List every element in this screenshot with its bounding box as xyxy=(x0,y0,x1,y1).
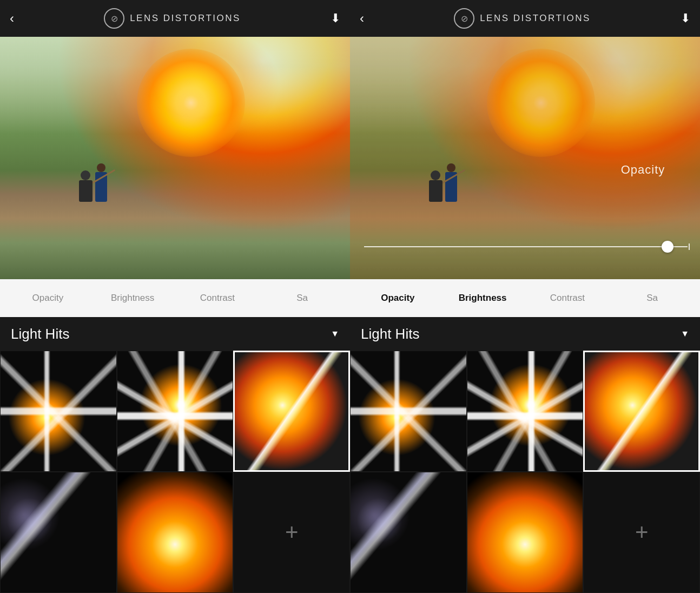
right-effect-plus-visual: + xyxy=(584,472,699,592)
left-plus-icon: + xyxy=(285,521,299,544)
left-baseball-image xyxy=(0,37,350,279)
right-header-center: ⊘ LENS DISTORTIONS xyxy=(454,8,591,29)
right-effect-1[interactable] xyxy=(350,351,467,472)
catcher-body xyxy=(79,180,93,202)
left-players xyxy=(63,117,238,202)
left-effect-streak-visual xyxy=(1,472,116,592)
left-app-title: LENS DISTORTIONS xyxy=(130,13,241,24)
left-toolbar-contrast[interactable]: Contrast xyxy=(175,293,260,304)
left-effect-1[interactable] xyxy=(0,351,117,472)
right-effect-5[interactable] xyxy=(467,472,584,593)
left-effect-plus-visual: + xyxy=(234,472,349,592)
right-effects-grid: + xyxy=(350,351,700,593)
right-slider-end xyxy=(689,243,690,250)
left-toolbar: Opacity Brightness Contrast Sa xyxy=(0,279,350,317)
left-toolbar-opacity[interactable]: Opacity xyxy=(5,293,90,304)
right-back-button[interactable]: ‹ xyxy=(360,11,364,26)
left-download-button[interactable]: ⬇ xyxy=(331,11,340,25)
right-light-hits-header[interactable]: Light Hits ▼ xyxy=(350,317,700,351)
left-effect-3-selected[interactable] xyxy=(233,351,350,472)
right-download-button[interactable]: ⬇ xyxy=(681,11,690,25)
right-image-area: Opacity xyxy=(350,37,700,279)
left-effect-starburst2-visual xyxy=(117,351,233,471)
right-logo-icon: ⊘ xyxy=(454,8,474,29)
right-effect-orange-orb-visual xyxy=(467,472,583,592)
left-toolbar-saturation[interactable]: Sa xyxy=(260,293,345,304)
right-app-title: LENS DISTORTIONS xyxy=(480,13,591,24)
left-panel: ‹ ⊘ LENS DISTORTIONS ⬇ Opacity xyxy=(0,0,350,593)
left-effects-grid: + xyxy=(0,351,350,593)
right-effect-starburst2-visual xyxy=(467,351,583,471)
right-opacity-overlay xyxy=(350,37,700,279)
left-effect-orange-orb-visual xyxy=(117,472,233,592)
left-toolbar-brightness[interactable]: Brightness xyxy=(90,293,175,304)
right-dropdown-arrow-icon[interactable]: ▼ xyxy=(681,329,689,339)
left-header: ‹ ⊘ LENS DISTORTIONS ⬇ xyxy=(0,0,350,37)
right-toolbar: Opacity Brightness Contrast Sa xyxy=(350,279,700,317)
right-opacity-label: Opacity xyxy=(621,163,665,177)
catcher-head xyxy=(81,170,90,180)
left-effect-selected-visual xyxy=(235,352,348,470)
right-effect-starburst1-visual xyxy=(351,351,466,471)
right-effect-selected-visual xyxy=(585,352,698,470)
left-effect-4[interactable] xyxy=(0,472,117,593)
left-effect-plus[interactable]: + xyxy=(233,472,350,593)
left-effect-starburst1-visual xyxy=(1,351,116,471)
right-opacity-slider[interactable] xyxy=(364,243,690,250)
left-light-hits-title: Light Hits xyxy=(11,326,69,342)
right-effect-3-selected[interactable] xyxy=(583,351,700,472)
left-effect-2[interactable] xyxy=(117,351,234,472)
right-plus-icon: + xyxy=(635,521,649,544)
right-toolbar-contrast[interactable]: Contrast xyxy=(525,293,610,304)
left-image-area xyxy=(0,37,350,279)
right-toolbar-opacity[interactable]: Opacity xyxy=(355,293,440,304)
right-effect-2[interactable] xyxy=(467,351,584,472)
right-effect-streak-visual xyxy=(351,472,466,592)
right-slider-track[interactable] xyxy=(364,246,688,247)
left-back-button[interactable]: ‹ xyxy=(10,11,14,26)
left-dropdown-arrow-icon[interactable]: ▼ xyxy=(331,329,339,339)
left-logo-icon: ⊘ xyxy=(104,8,124,29)
right-header: ‹ ⊘ LENS DISTORTIONS ⬇ xyxy=(350,0,700,37)
right-toolbar-saturation[interactable]: Sa xyxy=(610,293,695,304)
right-panel: ‹ ⊘ LENS DISTORTIONS ⬇ xyxy=(350,0,700,593)
left-header-center: ⊘ LENS DISTORTIONS xyxy=(104,8,241,29)
right-effect-4[interactable] xyxy=(350,472,467,593)
batter-head xyxy=(97,163,105,172)
right-light-hits-title: Light Hits xyxy=(361,326,419,342)
left-light-hits-header[interactable]: Light Hits ▼ xyxy=(0,317,350,351)
right-effect-plus[interactable]: + xyxy=(583,472,700,593)
left-effect-5[interactable] xyxy=(117,472,234,593)
right-slider-thumb[interactable] xyxy=(662,241,673,253)
right-toolbar-brightness[interactable]: Brightness xyxy=(440,293,525,304)
